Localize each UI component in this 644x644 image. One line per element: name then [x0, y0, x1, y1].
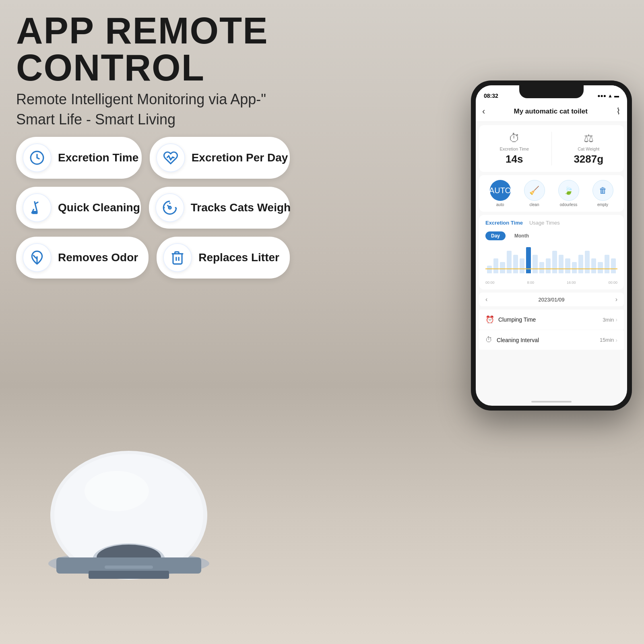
stat-cat-weight: ⚖ Cat Weight 3287g — [560, 132, 618, 165]
edit-button[interactable]: ⌇ — [616, 106, 621, 117]
clean-label: clean — [530, 202, 539, 207]
chart-bar-7 — [533, 255, 537, 273]
chart-bar-1 — [493, 258, 498, 273]
svg-rect-18 — [105, 566, 153, 569]
cat-weight-stat-icon: ⚖ — [560, 132, 618, 145]
subtitle-line1: Remote Intelligent Monitoring via App-" — [16, 91, 266, 107]
feature-removes-odor: Removes Odor — [16, 237, 149, 279]
subtitle-line2: Smart Life - Smart Living — [16, 111, 175, 128]
broom-icon-circle — [23, 193, 52, 222]
svg-rect-17 — [89, 571, 169, 579]
date-next-btn[interactable]: › — [615, 296, 617, 303]
feature-excretion-per-day: Excretion Per Day — [150, 137, 290, 179]
clock-small-icon: ⏰ — [485, 315, 494, 324]
header-section: APP REMOTE CONTROL Remote Intelligent Mo… — [16, 12, 298, 130]
ctrl-auto[interactable]: AUTO auto — [485, 180, 515, 207]
setting-clumping-time[interactable]: ⏰ Clumping Time 3min › — [479, 310, 624, 330]
phone-screen: 08:32 ●●● ▲ ▬ ‹ My automatic cat toilet … — [476, 85, 627, 406]
auto-icon: AUTO — [490, 180, 511, 201]
back-button[interactable]: ‹ — [482, 106, 485, 117]
cleaning-interval-value: 15min — [600, 337, 614, 343]
period-month-btn[interactable]: Month — [509, 231, 535, 240]
feature-row-1: Excretion Time Excretion Per Day — [16, 137, 290, 179]
leaf-icon — [29, 250, 45, 265]
setting-cleaning-left: ⏱ Cleaning Interval — [485, 336, 539, 344]
litter-box-svg — [24, 415, 233, 584]
chart-bar-14 — [578, 255, 583, 273]
feature-row-2: Quick Cleaning Tracks Cats Weigh — [16, 187, 290, 229]
chart-bar-0 — [487, 266, 492, 273]
chart-bar-13 — [572, 262, 577, 273]
svg-point-13 — [85, 471, 149, 511]
chart-tab-excretion[interactable]: Excretion Time — [485, 220, 523, 227]
tracks-cats-weigh-label: Tracks Cats Weigh — [191, 201, 291, 214]
excretion-time-stat-icon: ⏱ — [485, 132, 543, 145]
cleaning-interval-arrow: › — [615, 337, 617, 343]
main-title: APP REMOTE CONTROL — [16, 12, 298, 86]
phone-settings: ⏰ Clumping Time 3min › ⏱ Cleaning — [479, 310, 624, 350]
cat-weight-stat-value: 3287g — [560, 153, 618, 165]
date-display: 2023/01/09 — [538, 297, 564, 303]
phone-app-title: My automatic cat toilet — [514, 107, 588, 116]
feature-quick-cleaning: Quick Cleaning — [16, 187, 141, 229]
feature-excretion-time: Excretion Time — [16, 137, 142, 179]
chart-bar-3 — [507, 251, 512, 273]
chart-bar-15 — [585, 251, 590, 273]
chart-area — [485, 245, 617, 277]
chart-bar-5 — [520, 258, 524, 273]
ctrl-clean[interactable]: 🧹 clean — [520, 180, 549, 207]
chart-bar-11 — [559, 255, 564, 273]
trash-icon — [170, 250, 185, 265]
stat-excretion-time: ⏱ Excretion Time 14s — [485, 132, 543, 165]
ctrl-odourless[interactable]: 🍃 odourless — [554, 180, 583, 207]
feature-tracks-cats-weigh: Tracks Cats Weigh — [149, 187, 290, 229]
ctrl-empty[interactable]: 🗑 empty — [588, 180, 617, 207]
chart-tabs: Excretion Time Usage Times — [485, 220, 617, 227]
svg-line-5 — [34, 212, 35, 214]
signal-icon: ●●● — [597, 93, 606, 99]
clumping-time-value: 3min — [603, 317, 614, 323]
clumping-time-label: Clumping Time — [498, 316, 536, 323]
svg-line-2 — [35, 202, 38, 204]
wifi-icon: ▲ — [608, 93, 613, 99]
setting-cleaning-interval[interactable]: ⏱ Cleaning Interval 15min › — [479, 330, 624, 350]
home-indicator — [476, 398, 627, 406]
battery-icon: ▬ — [614, 93, 619, 99]
chart-yellow-line — [485, 268, 617, 269]
chart-tab-usage[interactable]: Usage Times — [529, 220, 560, 227]
setting-clumping-left: ⏰ Clumping Time — [485, 315, 536, 324]
subtitle: Remote Intelligent Monitoring via App-" … — [16, 89, 298, 130]
chart-bar-8 — [539, 262, 544, 273]
phone-inner: 08:32 ●●● ▲ ▬ ‹ My automatic cat toilet … — [476, 85, 627, 406]
excretion-time-stat-label: Excretion Time — [485, 147, 543, 151]
clean-icon: 🧹 — [524, 180, 545, 201]
chart-bar-9 — [546, 258, 551, 273]
clock-icon-circle — [23, 143, 52, 172]
clumping-time-arrow: › — [615, 316, 617, 323]
chart-bar-2 — [500, 262, 505, 273]
period-day-btn[interactable]: Day — [485, 231, 506, 240]
chart-bar-19 — [611, 258, 616, 273]
date-prev-btn[interactable]: ‹ — [485, 296, 487, 303]
feature-replaces-litter: Replaces Litter — [157, 237, 290, 279]
excretion-per-day-label: Excretion Per Day — [192, 151, 288, 164]
broom-icon — [29, 200, 45, 215]
feature-row-3: Removes Odor Replaces Litter — [16, 237, 290, 279]
chart-bar-16 — [591, 258, 596, 273]
phone-controls: AUTO auto 🧹 clean 🍃 odourless 🗑 — [479, 175, 624, 212]
leaf-icon-circle — [23, 243, 52, 272]
odourless-label: odourless — [560, 202, 577, 207]
axis-label-2: 8:00 — [527, 281, 534, 285]
axis-label-4: 00:00 — [608, 281, 617, 285]
odourless-icon: 🍃 — [558, 180, 579, 201]
svg-line-4 — [33, 212, 33, 214]
timer-icon: ⏱ — [485, 336, 493, 344]
quick-cleaning-label: Quick Cleaning — [58, 201, 140, 214]
axis-label-1: 00:00 — [485, 281, 495, 285]
axis-label-3: 16:00 — [567, 281, 576, 285]
svg-line-6 — [35, 212, 36, 214]
trash-icon-circle — [163, 243, 192, 272]
litter-box-area — [24, 415, 246, 596]
removes-odor-label: Removes Odor — [58, 251, 138, 264]
status-icons: ●●● ▲ ▬ — [597, 93, 619, 99]
